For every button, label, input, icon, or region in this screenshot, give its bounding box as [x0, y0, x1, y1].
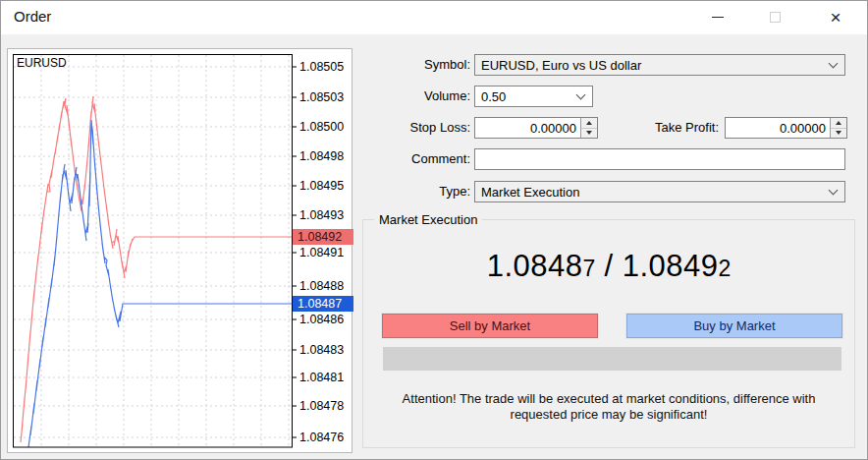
type-label: Type: [354, 184, 470, 200]
arrow-up-icon [836, 121, 841, 125]
bid-price-tag: 1.08487 [293, 296, 353, 312]
price-axis-label: 1.08486 [299, 312, 353, 327]
price-axis-label: 1.08503 [299, 89, 353, 105]
symbol-value: EURUSD, Euro vs US dollar [481, 58, 826, 73]
comment-input[interactable] [474, 148, 845, 170]
chevron-down-icon [576, 89, 586, 99]
order-type-select[interactable]: Market Execution [474, 181, 845, 202]
take-profit-decrement-button[interactable] [831, 129, 846, 139]
take-profit-spinner [725, 117, 847, 139]
quote-ask-main: 1.0849 [623, 249, 719, 283]
bid-ask-quote: 1.08487 / 1.08492 [362, 249, 855, 284]
price-axis-label: 1.08500 [299, 119, 353, 135]
stop-loss-input[interactable] [475, 118, 580, 138]
price-axis-label: 1.08498 [299, 148, 353, 164]
take-profit-label: Take Profit: [590, 120, 719, 136]
order-window: { "window": { "title": "Order", "control… [0, 0, 868, 460]
series-bid [28, 120, 292, 447]
maximize-button [752, 1, 797, 33]
chevron-down-icon [829, 58, 839, 68]
quote-bid-main: 1.0848 [487, 249, 583, 283]
quote-ask-last-digit: 2 [719, 256, 732, 281]
volume-select[interactable]: 0.50 [474, 86, 593, 107]
warning-line-1: Attention! The trade will be executed at… [372, 391, 845, 407]
tick-chart-svg [13, 54, 298, 448]
quote-separator: / [595, 249, 622, 283]
price-axis-label: 1.08476 [299, 430, 353, 445]
volume-label: Volume: [354, 88, 470, 104]
take-profit-spin-buttons [830, 118, 846, 138]
ask-price-tag: 1.08492 [293, 229, 353, 245]
execution-warning-text: Attention! The trade will be executed at… [372, 391, 845, 423]
close-icon: × [830, 8, 841, 27]
buy-by-market-button[interactable]: Buy by Market [626, 314, 842, 338]
price-axis-label: 1.08483 [299, 342, 353, 358]
price-axis-label: 1.08505 [299, 59, 353, 75]
price-axis-label: 1.08491 [299, 245, 353, 260]
execution-progress-bar [383, 347, 841, 371]
minimize-icon [712, 17, 724, 18]
market-execution-group-title: Market Execution [374, 212, 482, 227]
tick-chart-panel: EURUSD 1.085051.085031.085001.084981.084… [7, 48, 353, 453]
sell-by-market-button[interactable]: Sell by Market [382, 314, 598, 338]
price-axis-label: 1.08478 [299, 398, 353, 414]
chevron-down-icon [829, 185, 839, 195]
quote-bid-last-digit: 7 [583, 256, 596, 281]
volume-value: 0.50 [481, 89, 573, 104]
order-type-value: Market Execution [481, 185, 826, 200]
maximize-icon [770, 12, 781, 23]
take-profit-input[interactable] [726, 118, 830, 138]
symbol-select[interactable]: EURUSD, Euro vs US dollar [474, 54, 845, 76]
series-ask [21, 96, 292, 442]
chart-symbol-label: EURUSD [17, 56, 67, 70]
price-axis-label: 1.08495 [299, 178, 353, 194]
stop-loss-label: Stop Loss: [354, 120, 470, 136]
close-button[interactable]: × [813, 1, 858, 33]
minimize-button[interactable] [695, 1, 740, 33]
window-title: Order [14, 8, 51, 25]
take-profit-increment-button[interactable] [831, 118, 846, 129]
price-axis-label: 1.08481 [299, 370, 353, 385]
warning-line-2: requested price may be significant! [372, 407, 845, 423]
price-axis-label: 1.08488 [299, 278, 353, 294]
arrow-down-icon [836, 131, 841, 135]
title-bar: Order × [1, 1, 867, 34]
price-axis-label: 1.08493 [299, 207, 353, 223]
stop-loss-spinner [474, 117, 598, 139]
symbol-label: Symbol: [354, 57, 470, 73]
comment-label: Comment: [354, 151, 470, 167]
